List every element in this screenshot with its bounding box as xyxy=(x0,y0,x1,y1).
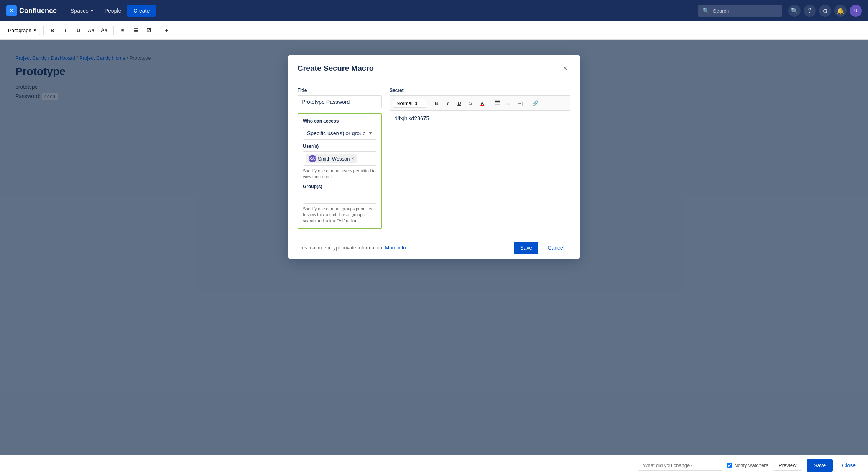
paragraph-style-select[interactable]: Paragraph ▼ xyxy=(5,26,40,35)
modal-save-button[interactable]: Save xyxy=(514,242,538,254)
secret-toolbar-divider-1 xyxy=(429,99,429,107)
users-field-label: User(s) xyxy=(303,144,376,149)
secret-link-button[interactable]: 🔗 xyxy=(530,98,540,108)
notify-checkbox-input[interactable] xyxy=(727,463,732,468)
toolbar-divider-3 xyxy=(158,26,158,35)
logo-text: Confluence xyxy=(19,7,57,15)
modal-cancel-button[interactable]: Cancel xyxy=(541,242,570,254)
people-nav-item[interactable]: People xyxy=(100,5,126,17)
groups-helper-text: Specify one or more groups permitted to … xyxy=(303,206,376,224)
bold-button[interactable]: B xyxy=(47,25,58,36)
secret-strikethrough-button[interactable]: S xyxy=(466,98,476,108)
notifications-icon-btn[interactable]: 🔔 xyxy=(834,5,847,17)
secret-format-select-wrapper: Normal ⇕ xyxy=(393,99,426,108)
secret-ordered-list-button[interactable]: ☰ xyxy=(492,98,502,108)
indent-button[interactable]: ☑ xyxy=(143,25,155,36)
preview-button[interactable]: Preview xyxy=(773,460,802,471)
secret-bold-button[interactable]: B xyxy=(431,98,441,108)
numbered-list-button[interactable]: ☰ xyxy=(130,25,141,36)
settings-icon-btn[interactable]: ⚙ xyxy=(819,5,831,17)
user-tag-smith-wesson: SW Smith Wesson × xyxy=(306,154,357,163)
editor-toolbar: Paragraph ▼ B I U A ▼ A̲ ▼ ≡ ☰ ☑ + xyxy=(0,21,868,40)
underline-button[interactable]: U xyxy=(73,25,84,36)
nav-links: Spaces ▼ People Create ··· xyxy=(66,5,698,17)
groups-field-label: Group(s) xyxy=(303,184,376,189)
top-navigation: ✕ Confluence Spaces ▼ People Create ··· … xyxy=(0,0,868,21)
modal-header: Create Secure Macro × xyxy=(288,55,580,80)
secret-indent-button[interactable]: →| xyxy=(515,98,525,108)
italic-button[interactable]: I xyxy=(60,25,71,36)
modal-overlay: Create Secure Macro × Title Who can acce… xyxy=(0,40,868,455)
secret-content-area[interactable]: d!fkjhlkd28675 xyxy=(390,110,570,210)
title-field-label: Title xyxy=(298,88,382,93)
modal-footer: This macro encrypt private information. … xyxy=(288,237,580,259)
title-field-input[interactable] xyxy=(298,95,382,108)
users-helper-text: Specify one or more users permitted to v… xyxy=(303,168,376,180)
user-tag-name: Smith Wesson xyxy=(318,156,350,162)
secret-italic-button[interactable]: I xyxy=(443,98,453,108)
access-box-label: Who can access xyxy=(303,118,376,124)
user-tag-avatar: SW xyxy=(309,155,316,162)
footer-info: This macro encrypt private information. … xyxy=(298,245,406,251)
toolbar-divider-2 xyxy=(113,26,114,35)
secret-editor-toolbar: Normal ⇕ B I U S A ☰ ≡ →| xyxy=(390,95,570,110)
secret-underline-button[interactable]: U xyxy=(454,98,464,108)
user-tag-remove-button[interactable]: × xyxy=(352,156,354,161)
search-icon-btn[interactable]: 🔍 xyxy=(788,5,801,17)
bottom-close-button[interactable]: Close xyxy=(837,460,860,471)
access-select[interactable]: Specific user(s) or group(s) xyxy=(303,127,376,140)
bottom-save-button[interactable]: Save xyxy=(807,459,833,472)
change-description-input[interactable] xyxy=(638,460,722,471)
text-color-chevron: ▼ xyxy=(91,28,95,33)
more-nav-item[interactable]: ··· xyxy=(157,5,171,17)
groups-input[interactable] xyxy=(303,192,376,204)
modal-title: Create Secure Macro xyxy=(298,64,374,73)
secret-unordered-list-button[interactable]: ≡ xyxy=(504,98,514,108)
secret-format-select[interactable]: Normal ⇕ xyxy=(393,99,426,108)
search-bar[interactable]: 🔍 Search xyxy=(698,5,782,17)
footer-actions: Save Cancel xyxy=(514,242,570,254)
secret-toolbar-divider-2 xyxy=(490,99,490,107)
notify-label: Notify watchers xyxy=(734,462,768,468)
create-button[interactable]: Create xyxy=(127,5,156,17)
secret-color-button[interactable]: A xyxy=(477,98,487,108)
highlight-button[interactable]: A̲ ▼ xyxy=(99,25,110,36)
users-input[interactable]: SW Smith Wesson × xyxy=(303,151,376,166)
secret-field-label: Secret xyxy=(390,88,570,93)
access-select-wrapper: Specific user(s) or group(s) ▼ xyxy=(303,127,376,140)
spaces-nav-item[interactable]: Spaces ▼ xyxy=(66,5,99,17)
more-toolbar-button[interactable]: + xyxy=(161,25,173,36)
nav-right-icons: 🔍 ? ⚙ 🔔 U xyxy=(788,5,862,17)
who-can-access-box: Who can access Specific user(s) or group… xyxy=(298,113,382,229)
highlight-chevron: ▼ xyxy=(104,28,108,33)
more-info-link[interactable]: More info xyxy=(385,245,406,251)
modal-right-column: Secret Normal ⇕ B I U S A xyxy=(390,88,570,229)
modal-left-column: Title Who can access Specific user(s) or… xyxy=(298,88,382,229)
toolbar-divider-1 xyxy=(43,26,44,35)
secret-content-text: d!fkjhlkd28675 xyxy=(395,115,429,121)
secret-toolbar-divider-3 xyxy=(528,99,528,107)
modal-body: Title Who can access Specific user(s) or… xyxy=(288,80,580,237)
text-color-button[interactable]: A ▼ xyxy=(86,25,97,36)
logo-icon: ✕ xyxy=(6,5,17,16)
bullet-list-button[interactable]: ≡ xyxy=(117,25,128,36)
spaces-chevron-icon: ▼ xyxy=(90,9,94,13)
help-icon-btn[interactable]: ? xyxy=(804,5,816,17)
notify-watchers-checkbox[interactable]: Notify watchers xyxy=(727,462,768,468)
user-avatar[interactable]: U xyxy=(850,5,862,17)
confluence-logo[interactable]: ✕ Confluence xyxy=(6,5,57,16)
search-icon: 🔍 xyxy=(702,7,710,15)
bottom-bar: Notify watchers Preview Save Close xyxy=(0,455,868,475)
modal-close-button[interactable]: × xyxy=(560,63,570,74)
main-content-area: Project Candy / Dashboard / Project Cand… xyxy=(0,40,868,455)
paragraph-chevron-icon: ▼ xyxy=(33,28,37,33)
create-secure-macro-modal: Create Secure Macro × Title Who can acce… xyxy=(288,55,580,259)
